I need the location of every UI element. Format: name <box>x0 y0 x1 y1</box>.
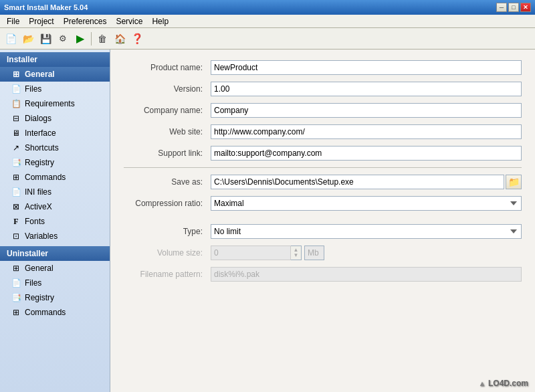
menu-service[interactable]: Service <box>112 15 146 27</box>
fonts-icon: F <box>11 216 21 227</box>
sidebar-item-label: Files <box>25 278 41 288</box>
title-bar: Smart Install Maker 5.04 ─ □ ✕ <box>0 0 535 15</box>
sidebar-item-label: General <box>25 264 54 273</box>
web-site-input[interactable] <box>211 124 522 139</box>
compression-row: Compression ratio: Maximal Normal Fast N… <box>124 196 522 211</box>
sidebar-item-shortcuts[interactable]: ↗ Shortcuts <box>0 140 110 155</box>
company-name-input[interactable] <box>211 103 522 118</box>
shortcuts-icon: ↗ <box>11 142 21 153</box>
installer-header: Installer <box>0 52 110 67</box>
divider-1 <box>124 167 522 168</box>
sidebar-item-dialogs[interactable]: ⊟ Dialogs <box>0 111 110 126</box>
sidebar-item-label: ActiveX <box>25 202 52 211</box>
version-row: Version: <box>124 82 522 96</box>
sidebar-item-u-general[interactable]: ⊞ General <box>0 261 110 276</box>
type-label: Type: <box>124 227 211 236</box>
type-row: Type: No limit 1.44 Mb 100 Mb 650 Mb 700… <box>124 224 522 239</box>
u-files-icon: 📄 <box>11 278 21 288</box>
save-as-label: Save as: <box>124 177 211 187</box>
save-as-input[interactable] <box>211 175 504 189</box>
version-input[interactable] <box>211 82 522 96</box>
save-as-row: Save as: 📁 <box>124 175 522 189</box>
browse-button[interactable]: 📁 <box>506 175 522 189</box>
menu-preferences[interactable]: Preferences <box>60 15 111 27</box>
product-name-input[interactable] <box>211 60 522 75</box>
content-panel: Product name: Version: Company name: Web… <box>110 50 535 392</box>
dialogs-icon: ⊟ <box>11 113 21 124</box>
sidebar-item-label: General <box>25 70 55 79</box>
open-button[interactable]: 📂 <box>20 31 36 47</box>
compression-label: Compression ratio: <box>124 199 211 208</box>
sidebar-item-label: Registry <box>25 158 54 167</box>
sidebar-item-activex[interactable]: ⊠ ActiveX <box>0 199 110 214</box>
new-button[interactable]: 📄 <box>3 31 19 47</box>
sidebar-item-u-registry[interactable]: 📑 Registry <box>0 290 110 305</box>
main-area: Installer ⊞ General 📄 Files 📋 Requiremen… <box>0 50 535 392</box>
support-link-input[interactable] <box>211 146 522 161</box>
help-button[interactable]: ❓ <box>129 31 145 47</box>
sidebar-item-registry[interactable]: 📑 Registry <box>0 155 110 170</box>
sidebar-item-label: Files <box>25 84 41 94</box>
sidebar-item-u-files[interactable]: 📄 Files <box>0 276 110 290</box>
home-button[interactable]: 🏠 <box>112 31 128 47</box>
maximize-button[interactable]: □ <box>508 3 519 12</box>
sidebar-item-label: Fonts <box>25 217 45 226</box>
sidebar-item-label: Registry <box>25 293 54 302</box>
product-name-row: Product name: <box>124 60 522 75</box>
spinner-down[interactable]: ▼ <box>294 253 299 258</box>
company-name-label: Company name: <box>124 106 211 115</box>
toolbar: 📄 📂 💾 ⚙ ▶ 🗑 🏠 ❓ <box>0 28 535 50</box>
menu-file[interactable]: File <box>3 15 23 27</box>
filename-pattern-label: Filename pattern: <box>124 270 211 279</box>
sidebar-item-commands[interactable]: ⊞ Commands <box>0 170 110 185</box>
window-title: Smart Install Maker 5.04 <box>4 3 88 11</box>
sidebar-item-label: Commands <box>25 173 66 182</box>
company-name-row: Company name: <box>124 103 522 118</box>
files-icon: 📄 <box>11 84 21 94</box>
volume-spinner: ▲ ▼ <box>291 246 302 260</box>
sidebar-item-fonts[interactable]: F Fonts <box>0 214 110 229</box>
filename-pattern-input <box>211 267 522 282</box>
sidebar-item-variables[interactable]: ⊡ Variables <box>0 229 110 243</box>
build-button[interactable]: ⚙ <box>55 31 71 47</box>
u-general-icon: ⊞ <box>11 263 21 274</box>
menu-project[interactable]: Project <box>25 15 58 27</box>
run-button[interactable]: ▶ <box>72 31 88 47</box>
sidebar-item-ini-files[interactable]: 📄 INI files <box>0 185 110 199</box>
u-registry-icon: 📑 <box>11 292 21 303</box>
web-site-label: Web site: <box>124 127 211 136</box>
volume-unit: Mb <box>304 246 324 260</box>
volume-size-input <box>211 246 291 260</box>
save-button[interactable]: 💾 <box>37 31 54 47</box>
sidebar-item-general[interactable]: ⊞ General <box>0 67 110 82</box>
volume-size-row: Volume size: ▲ ▼ Mb <box>124 246 522 260</box>
sidebar-item-files[interactable]: 📄 Files <box>0 82 110 96</box>
title-bar-buttons: ─ □ ✕ <box>496 3 531 12</box>
sidebar-item-label: Requirements <box>25 99 75 108</box>
volume-size-label: Volume size: <box>124 248 211 258</box>
sidebar-item-label: INI files <box>25 187 51 197</box>
close-button[interactable]: ✕ <box>520 3 531 12</box>
registry-icon: 📑 <box>11 157 21 168</box>
sidebar-item-requirements[interactable]: 📋 Requirements <box>0 96 110 111</box>
sidebar-item-label: Interface <box>25 128 56 138</box>
variables-icon: ⊡ <box>11 231 21 241</box>
type-select[interactable]: No limit 1.44 Mb 100 Mb 650 Mb 700 Mb Cu… <box>211 224 522 239</box>
uninstaller-header: Uninstaller <box>0 246 110 261</box>
web-site-row: Web site: <box>124 124 522 139</box>
product-name-label: Product name: <box>124 63 211 72</box>
general-icon: ⊞ <box>11 69 21 80</box>
compression-select[interactable]: Maximal Normal Fast None <box>211 196 522 211</box>
sidebar: Installer ⊞ General 📄 Files 📋 Requiremen… <box>0 50 110 392</box>
uninstall-button[interactable]: 🗑 <box>94 31 110 47</box>
support-link-row: Support link: <box>124 146 522 161</box>
minimize-button[interactable]: ─ <box>496 3 507 12</box>
support-link-label: Support link: <box>124 149 211 158</box>
sidebar-item-label: Shortcuts <box>25 143 59 153</box>
sidebar-item-label: Dialogs <box>25 114 51 123</box>
sidebar-item-u-commands[interactable]: ⊞ Commands <box>0 305 110 320</box>
sidebar-item-interface[interactable]: 🖥 Interface <box>0 126 110 140</box>
sidebar-item-label: Commands <box>25 308 66 317</box>
filename-pattern-row: Filename pattern: <box>124 267 522 282</box>
menu-help[interactable]: Help <box>148 15 173 27</box>
